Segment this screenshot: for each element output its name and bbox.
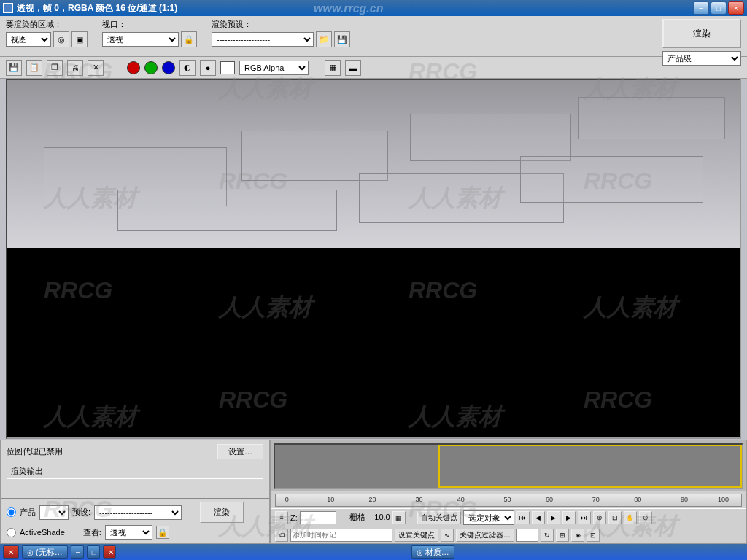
close-button[interactable]: × bbox=[728, 1, 744, 15]
timeline-ruler-row: 0 10 20 30 40 50 60 70 80 90 100 bbox=[271, 491, 746, 508]
render-output-image bbox=[7, 80, 740, 248]
taskbar-min-1[interactable]: − bbox=[71, 545, 84, 559]
clear-icon[interactable]: ✕ bbox=[88, 60, 104, 76]
alpha-icon[interactable]: ● bbox=[200, 60, 216, 76]
preset-inline-select[interactable]: -------------------- bbox=[94, 505, 182, 520]
toggle-a-icon[interactable]: ▦ bbox=[325, 60, 341, 76]
green-channel-icon[interactable] bbox=[144, 61, 158, 74]
save-image-icon[interactable]: 💾 bbox=[6, 60, 22, 76]
render-viewport bbox=[6, 79, 741, 439]
app-icon bbox=[3, 3, 13, 13]
viewport-select[interactable]: 透视 bbox=[102, 32, 179, 47]
area-select[interactable]: 视图 bbox=[6, 32, 51, 47]
region-icon[interactable]: ◎ bbox=[53, 31, 69, 47]
play-icon[interactable]: ▶ bbox=[547, 511, 560, 524]
settings-button[interactable]: 设置… bbox=[217, 444, 263, 459]
viewport-panel: 0 10 20 30 40 50 60 70 80 90 100 ≡ Z: 栅格… bbox=[270, 440, 747, 544]
preset-select[interactable]: -------------------- bbox=[212, 32, 314, 47]
play-start-icon[interactable]: ⏮ bbox=[516, 511, 530, 524]
selection-select[interactable]: 选定对象 bbox=[463, 510, 514, 525]
play-next-icon[interactable]: ▶ bbox=[562, 511, 576, 524]
tag-icon[interactable]: 🏷 bbox=[275, 529, 288, 542]
taskbar-max-1[interactable]: □ bbox=[87, 545, 100, 559]
product-radio[interactable] bbox=[7, 508, 16, 517]
channel-select[interactable]: RGB Alpha bbox=[239, 61, 309, 75]
minimize-button[interactable]: − bbox=[693, 1, 709, 15]
nav-h-icon[interactable]: ⊡ bbox=[587, 529, 600, 542]
blue-channel-icon[interactable] bbox=[162, 61, 175, 74]
preset-label: 渲染预设： bbox=[212, 19, 350, 30]
view-inline-select[interactable]: 透视 bbox=[105, 525, 152, 540]
lower-panels: 位图代理已禁用 设置… 渲染输出 产品 预设: ----------------… bbox=[0, 440, 747, 544]
lock-icon[interactable]: 🔒 bbox=[181, 31, 197, 47]
product-select[interactable] bbox=[39, 505, 69, 520]
nav-g-icon[interactable]: ◈ bbox=[571, 529, 584, 542]
view-inline-label: 查看: bbox=[83, 527, 101, 538]
toggle-b-icon[interactable]: ▬ bbox=[345, 60, 361, 76]
nav-d-icon[interactable]: ⊙ bbox=[639, 511, 652, 524]
activeshade-radio[interactable] bbox=[7, 528, 16, 537]
viewport-preview[interactable] bbox=[274, 443, 743, 489]
nav-f-icon[interactable]: ⊞ bbox=[556, 529, 569, 542]
render-output-title: 渲染输出 bbox=[7, 464, 263, 479]
preset-load-icon[interactable]: 📁 bbox=[316, 31, 332, 47]
z-label: Z: bbox=[290, 513, 298, 522]
bitmap-proxy-label: 位图代理已禁用 bbox=[7, 446, 63, 457]
taskbar-app-1[interactable]: ◎ (无标… bbox=[22, 545, 68, 559]
script-icon[interactable]: ≡ bbox=[275, 511, 288, 524]
crop-icon[interactable]: ▣ bbox=[71, 31, 88, 47]
render-small-button[interactable]: 渲染 bbox=[200, 502, 244, 523]
taskbar-close-1[interactable]: ✕ bbox=[3, 545, 19, 559]
setkey-button[interactable]: 设置关键点 bbox=[395, 529, 438, 542]
taskbar-close-2[interactable]: ✕ bbox=[103, 545, 116, 559]
area-label: 要渲染的区域： bbox=[6, 19, 88, 30]
timeline-lower-row: 🏷 设置关键点 ∿ 关键点过滤器… ↻ ⊞ ◈ ⊡ bbox=[271, 526, 746, 543]
render-toolbar: 要渲染的区域： 视图 ◎ ▣ 视口： 透视 🔒 渲染预设： ----------… bbox=[0, 16, 747, 57]
product-label: 产品 bbox=[20, 507, 36, 518]
activeshade-label: ActiveShade bbox=[20, 528, 65, 537]
preset-inline-label: 预设: bbox=[72, 507, 90, 518]
nav-c-icon[interactable]: ✋ bbox=[624, 511, 637, 524]
titlebar: 透视，帧 0，RGBA 颜色 16 位/通道 (1:1) − □ × bbox=[0, 0, 747, 16]
time-ruler[interactable]: 0 10 20 30 40 50 60 70 80 90 100 bbox=[275, 494, 742, 507]
copy-icon[interactable]: 📋 bbox=[26, 60, 42, 76]
keycurve-icon[interactable]: ∿ bbox=[441, 529, 454, 542]
play-end-icon[interactable]: ⏭ bbox=[578, 511, 591, 524]
channel-toolbar: 💾 📋 ❐ 🖨 ✕ ◐ ● RGB Alpha ▦ ▬ bbox=[0, 57, 747, 79]
render-mode-select[interactable]: 产品级 bbox=[662, 51, 741, 66]
taskbar: ✕ ◎ (无标… − □ ✕ ◎ 材质… bbox=[0, 544, 747, 560]
maximize-button[interactable]: □ bbox=[711, 1, 727, 15]
autokey-button[interactable]: 自动关键点 bbox=[417, 511, 461, 524]
clone-icon[interactable]: ❐ bbox=[47, 60, 63, 76]
viewport-label: 视口： bbox=[102, 19, 197, 30]
mono-icon[interactable]: ◐ bbox=[179, 60, 196, 76]
timetag-input[interactable] bbox=[290, 529, 392, 542]
active-viewport-frame bbox=[438, 445, 742, 488]
frame-input[interactable] bbox=[516, 529, 538, 542]
grid-label: 栅格 = 10.0 bbox=[349, 512, 390, 523]
bg-swatch[interactable] bbox=[220, 61, 235, 74]
window-title: 透视，帧 0，RGBA 颜色 16 位/通道 (1:1) bbox=[17, 2, 693, 15]
render-button[interactable]: 渲染 bbox=[662, 19, 741, 48]
grid-toggle-icon[interactable]: ▦ bbox=[392, 511, 406, 524]
preset-save-icon[interactable]: 💾 bbox=[334, 31, 350, 47]
red-channel-icon[interactable] bbox=[127, 61, 140, 74]
print-icon[interactable]: 🖨 bbox=[67, 60, 83, 76]
keyfilter-button[interactable]: 关键点过滤器… bbox=[456, 529, 514, 542]
nav-a-icon[interactable]: ⊕ bbox=[593, 511, 606, 524]
z-input[interactable] bbox=[300, 511, 336, 524]
timeline-controls-row: ≡ Z: 栅格 = 10.0 ▦ 自动关键点 选定对象 ⏮ ◀ ▶ ▶ ⏭ ⊕ … bbox=[271, 508, 746, 526]
nav-b-icon[interactable]: ⊡ bbox=[608, 511, 622, 524]
nav-e-icon[interactable]: ↻ bbox=[541, 529, 554, 542]
taskbar-app-2[interactable]: ◎ 材质… bbox=[411, 545, 454, 559]
render-settings-panel: 位图代理已禁用 设置… 渲染输出 产品 预设: ----------------… bbox=[0, 440, 270, 544]
play-prev-icon[interactable]: ◀ bbox=[532, 511, 545, 524]
lock-small-icon[interactable]: 🔒 bbox=[156, 526, 169, 539]
